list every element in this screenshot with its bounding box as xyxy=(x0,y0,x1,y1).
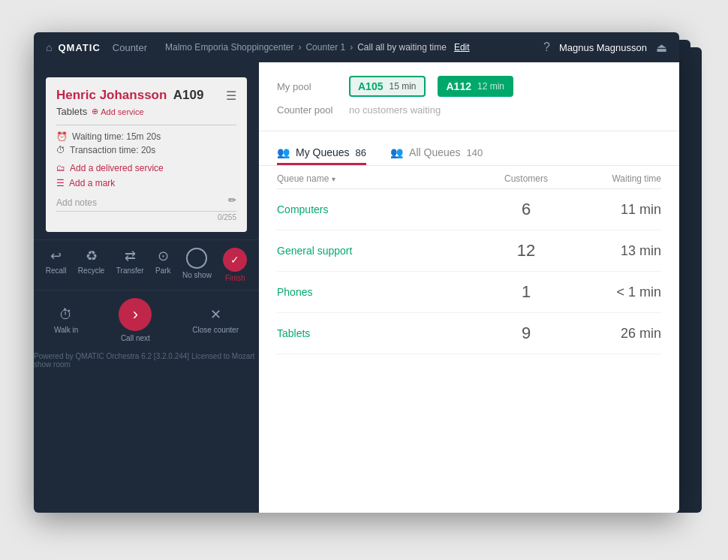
main-window: ⌂ QMATIC Counter Malmo Emporia Shoppingc… xyxy=(34,32,679,513)
ticket-chip-a112[interactable]: A112 12 min xyxy=(438,76,514,97)
top-bar-right: ? Magnus Magnusson ⏏ xyxy=(543,41,667,55)
my-queues-count: 86 xyxy=(356,147,366,158)
breadcrumb-counter: Counter 1 xyxy=(305,42,345,53)
ticket-number: A109 xyxy=(173,88,204,102)
divider xyxy=(56,125,236,125)
counter-pool-label: Counter pool xyxy=(277,104,337,116)
logout-icon[interactable]: ⏏ xyxy=(656,41,667,55)
all-queues-count: 140 xyxy=(467,147,483,158)
waiting-time-row: ⏰ Waiting time: 15m 20s xyxy=(56,131,236,142)
clock-icon: ⏰ xyxy=(56,131,68,142)
pool-section: My pool A105 15 min A112 12 min Counter … xyxy=(259,62,679,131)
call-next-circle[interactable]: › xyxy=(119,298,152,331)
close-counter-button[interactable]: ✕ Close counter xyxy=(192,306,239,334)
chip-ticket-a105-time: 15 min xyxy=(389,81,416,92)
queue-customers-computers: 6 xyxy=(481,200,571,219)
transfer-icon: ⇄ xyxy=(125,248,136,264)
table-row: Phones 1 < 1 min xyxy=(277,272,661,313)
queue-name-tablets[interactable]: Tablets xyxy=(277,327,481,339)
table-row: Tablets 9 26 min xyxy=(277,313,661,354)
park-button[interactable]: ⊙ Park xyxy=(155,248,171,282)
table-row: General support 12 13 min xyxy=(277,230,661,272)
th-name: Queue name ▾ xyxy=(277,173,481,184)
recycle-button[interactable]: ♻ Recycle xyxy=(78,248,105,282)
call-next-label: Call next xyxy=(121,334,150,342)
service-line: Tablets ⊕ Add service xyxy=(56,106,236,117)
th-waiting: Waiting time xyxy=(571,173,661,184)
add-mark-label: Add a mark xyxy=(69,178,115,188)
close-counter-label: Close counter xyxy=(192,326,239,334)
call-next-button[interactable]: › Call next xyxy=(119,298,152,342)
no-show-button[interactable]: No show xyxy=(182,248,212,282)
walk-in-label: Walk in xyxy=(54,326,78,334)
customer-card: Henric Johansson A109 ☰ Tablets ⊕ Add se… xyxy=(46,77,247,232)
edit-link[interactable]: Edit xyxy=(454,42,470,53)
edit-icon[interactable]: ✏ xyxy=(228,194,236,206)
park-label: Park xyxy=(155,266,171,275)
transaction-time-text: Transaction time: 20s xyxy=(70,145,155,155)
sort-icon[interactable]: ▾ xyxy=(332,175,335,183)
queue-customers-tablets: 9 xyxy=(481,324,571,343)
queue-table: Queue name ▾ Customers Waiting time Comp… xyxy=(259,166,679,513)
transaction-time-row: ⏱ Transaction time: 20s xyxy=(56,145,236,155)
table-header: Queue name ▾ Customers Waiting time xyxy=(277,166,661,189)
left-panel: Henric Johansson A109 ☰ Tablets ⊕ Add se… xyxy=(34,62,259,513)
tab-all-queues[interactable]: 👥 All Queues 140 xyxy=(390,142,483,165)
briefcase-icon: 🗂 xyxy=(56,163,65,173)
th-customers: Customers xyxy=(481,173,571,184)
add-service-button[interactable]: ⊕ Add service xyxy=(92,107,143,116)
timer-icon: ⏱ xyxy=(56,145,65,155)
queue-name-computers[interactable]: Computers xyxy=(277,203,481,215)
logo-text: QMATIC xyxy=(58,42,100,53)
close-counter-icon: ✕ xyxy=(210,306,221,323)
my-pool-row: My pool A105 15 min A112 12 min xyxy=(277,76,661,97)
top-bar: ⌂ QMATIC Counter Malmo Emporia Shoppingc… xyxy=(34,32,679,62)
customer-name: Henric Johansson xyxy=(56,88,167,102)
add-mark-row[interactable]: ☰ Add a mark xyxy=(56,178,236,188)
notes-placeholder[interactable]: Add notes xyxy=(56,197,236,212)
my-queues-label: My Queues xyxy=(296,146,350,158)
waiting-time-text: Waiting time: 15m 20s xyxy=(72,131,161,142)
recall-label: Recall xyxy=(46,266,67,275)
right-panel: My pool A105 15 min A112 12 min Counter … xyxy=(259,62,679,513)
help-icon[interactable]: ? xyxy=(543,41,550,54)
walk-in-icon: ⏱ xyxy=(59,307,73,323)
queue-name-phones[interactable]: Phones xyxy=(277,286,481,298)
tab-my-queues[interactable]: 👥 My Queues 86 xyxy=(277,142,366,165)
ticket-chip-a105[interactable]: A105 15 min xyxy=(349,76,426,97)
breadcrumb: Malmo Emporia Shoppingcenter › Counter 1… xyxy=(165,42,470,53)
action-buttons: ↩ Recall ♻ Recycle ⇄ Transfer ⊙ Park xyxy=(34,239,259,290)
queue-customers-general-support: 12 xyxy=(481,241,571,260)
add-delivered-label: Add a delivered service xyxy=(70,163,164,173)
queue-name-general-support[interactable]: General support xyxy=(277,245,481,257)
service-name: Tablets xyxy=(56,106,87,117)
transfer-button[interactable]: ⇄ Transfer xyxy=(116,248,144,282)
walk-in-button[interactable]: ⏱ Walk in xyxy=(54,307,78,334)
recycle-icon: ♻ xyxy=(86,248,98,264)
no-show-icon xyxy=(186,248,207,269)
add-icon: ⊕ xyxy=(92,107,98,116)
user-name: Magnus Magnusson xyxy=(559,42,647,53)
queue-waiting-general-support: 13 min xyxy=(571,243,661,259)
no-show-label: No show xyxy=(182,271,212,279)
add-delivered-service-row[interactable]: 🗂 Add a delivered service xyxy=(56,163,236,173)
finish-button[interactable]: ✓ Finish xyxy=(223,248,247,282)
counter-label: Counter xyxy=(113,42,147,53)
no-customers-text: no customers waiting xyxy=(349,104,441,116)
transfer-label: Transfer xyxy=(116,266,144,275)
mark-icon: ☰ xyxy=(56,178,65,188)
top-bar-left: ⌂ QMATIC Counter Malmo Emporia Shoppingc… xyxy=(46,41,470,53)
info-icon[interactable]: ☰ xyxy=(226,89,236,103)
recall-button[interactable]: ↩ Recall xyxy=(46,248,67,282)
home-icon[interactable]: ⌂ xyxy=(46,41,52,53)
recall-icon: ↩ xyxy=(50,248,62,264)
customer-identity: Henric Johansson A109 xyxy=(56,88,203,103)
notes-section: Add notes ✏ 0/255 xyxy=(56,197,236,221)
breadcrumb-location: Malmo Emporia Shoppingcenter xyxy=(165,42,293,53)
content-area: Henric Johansson A109 ☰ Tablets ⊕ Add se… xyxy=(34,62,679,513)
scene: ⌂ QMATIC Counter Malmo Emporia Shoppingc… xyxy=(26,25,702,535)
queues-tabs: 👥 My Queues 86 👥 All Queues 140 xyxy=(259,131,679,166)
notes-input-wrapper: Add notes ✏ xyxy=(56,197,236,212)
table-row: Computers 6 11 min xyxy=(277,189,661,230)
customer-header: Henric Johansson A109 ☰ xyxy=(56,88,236,103)
